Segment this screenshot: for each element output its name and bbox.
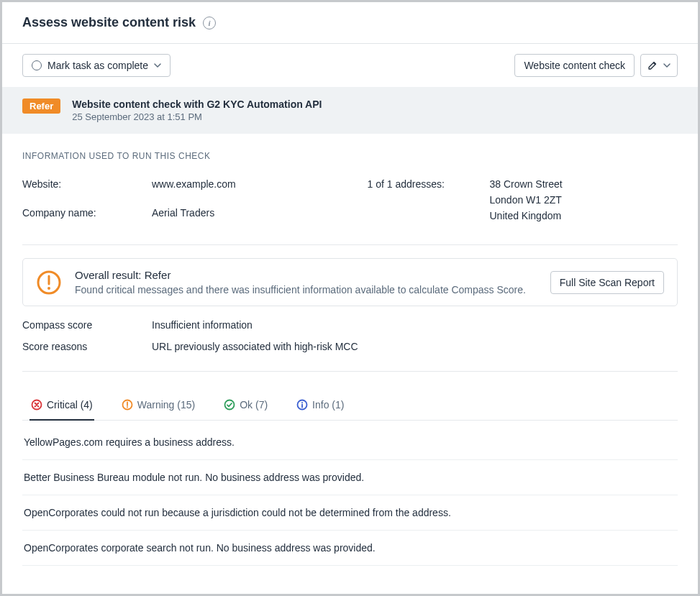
website-value: www.example.com: [152, 178, 333, 197]
toolbar-right: Website content check: [514, 54, 678, 77]
address-line: London W1 2ZT: [490, 194, 678, 206]
app-frame: Assess website content risk i Mark task …: [0, 0, 700, 596]
tab-ok[interactable]: Ok (7): [222, 390, 269, 421]
message-tabs: Critical (4) Warning (15) Ok (7) Info: [22, 390, 678, 421]
info-left: Website: www.example.com Company name: A…: [22, 178, 333, 226]
report-button-label: Full Site Scan Report: [560, 277, 655, 288]
result-description: Found critical messages and there was in…: [75, 284, 537, 295]
result-title: Overall result: Refer: [75, 269, 537, 281]
compass-score-value: Insufficient information: [152, 319, 678, 331]
mark-complete-button[interactable]: Mark task as complete: [22, 54, 171, 77]
critical-icon: [31, 399, 42, 411]
tab-ok-label: Ok (7): [240, 399, 268, 411]
address-lines: 38 Crown Street London W1 2ZT United Kin…: [490, 178, 678, 226]
tab-info-label: Info (1): [312, 399, 344, 411]
company-label: Company name:: [22, 207, 152, 226]
compass-score-label: Compass score: [22, 319, 152, 331]
website-label: Website:: [22, 178, 152, 197]
website-content-check-button[interactable]: Website content check: [514, 54, 635, 77]
info-right: 1 of 1 addresses: 38 Crown Street London…: [368, 178, 678, 226]
mark-complete-label: Mark task as complete: [47, 60, 148, 71]
overall-result-box: Overall result: Refer Found critical mes…: [22, 258, 678, 306]
banner-title: Website content check with G2 KYC Automa…: [72, 98, 322, 110]
company-value: Aerial Traders: [152, 207, 333, 226]
toolbar: Mark task as complete Website content ch…: [2, 44, 698, 87]
banner-date: 25 September 2023 at 1:51 PM: [72, 111, 322, 122]
edit-dropdown-button[interactable]: [640, 54, 678, 77]
addresses-label: 1 of 1 addresses:: [368, 178, 490, 226]
tab-warning-label: Warning (15): [137, 399, 195, 411]
message-item: Better Business Bureau module not run. N…: [22, 460, 678, 495]
svg-point-9: [301, 402, 303, 403]
pencil-icon: [647, 60, 658, 70]
page-title: Assess website content risk: [22, 15, 196, 30]
tab-warning[interactable]: Warning (15): [120, 390, 196, 421]
tab-info[interactable]: Info (1): [295, 390, 345, 421]
message-item: OpenCorporates could not run because a j…: [22, 495, 678, 531]
circle-empty-icon: [32, 60, 42, 70]
messages-list: YellowPages.com requires a business addr…: [22, 421, 678, 566]
result-text: Overall result: Refer Found critical mes…: [75, 269, 537, 295]
info-section: INFORMATION USED TO RUN THIS CHECK Websi…: [2, 134, 698, 226]
warning-icon: [36, 270, 62, 295]
info-grid: Website: www.example.com Company name: A…: [22, 178, 678, 226]
tab-critical-label: Critical (4): [47, 399, 93, 411]
svg-point-2: [47, 287, 50, 290]
info-icon: [296, 399, 308, 411]
divider: [22, 371, 678, 372]
status-badge: Refer: [22, 98, 60, 114]
divider: [22, 244, 678, 245]
message-item: OpenCorporates corporate search not run.…: [22, 531, 678, 566]
website-content-check-label: Website content check: [524, 60, 625, 71]
score-grid: Compass score Insufficient information S…: [22, 319, 678, 352]
ok-icon: [224, 399, 235, 411]
info-icon[interactable]: i: [203, 17, 216, 29]
message-item: YellowPages.com requires a business addr…: [22, 421, 678, 460]
svg-point-6: [127, 406, 128, 408]
score-reasons-label: Score reasons: [22, 341, 152, 352]
address-line: United Kingdom: [490, 210, 678, 221]
full-site-scan-report-button[interactable]: Full Site Scan Report: [550, 271, 664, 294]
result-banner: Refer Website content check with G2 KYC …: [2, 87, 698, 134]
warning-icon: [122, 399, 133, 411]
tab-critical[interactable]: Critical (4): [29, 390, 94, 421]
info-section-title: INFORMATION USED TO RUN THIS CHECK: [22, 151, 678, 161]
score-reasons-value: URL previously associated with high-risk…: [152, 341, 678, 352]
address-line: 38 Crown Street: [490, 178, 678, 190]
page-header: Assess website content risk i: [2, 2, 698, 44]
chevron-down-icon: [154, 63, 161, 68]
banner-text: Website content check with G2 KYC Automa…: [72, 98, 322, 122]
chevron-down-icon: [663, 63, 671, 68]
